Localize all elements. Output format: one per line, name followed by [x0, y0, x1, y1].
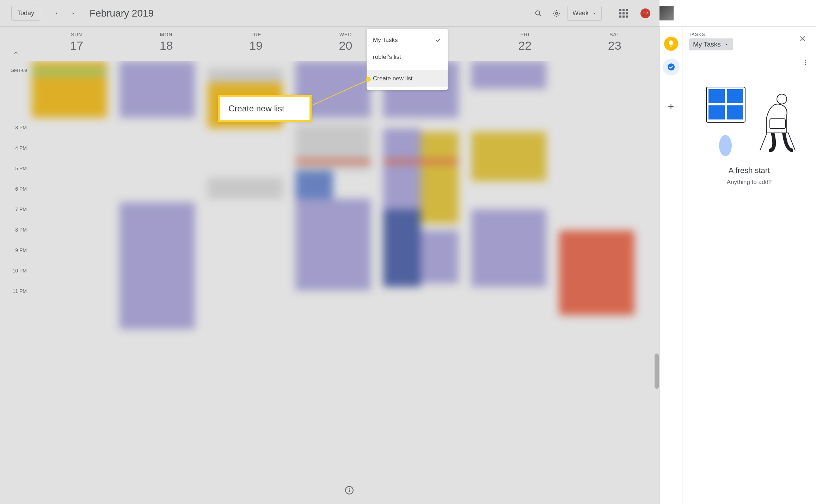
hour-label: 4 PM [0, 145, 32, 151]
google-apps-button[interactable] [616, 6, 631, 21]
timezone-label: GMT-09 [11, 68, 27, 73]
plus-icon: + [668, 100, 674, 112]
create-new-list-label: Create new list [373, 75, 412, 82]
hour-label: 10 PM [0, 268, 32, 273]
day-column-header[interactable]: FRI22 [480, 27, 570, 61]
svg-point-17 [719, 135, 732, 156]
tasks-empty-title: A fresh start [682, 166, 816, 175]
more-vertical-icon [802, 59, 809, 66]
svg-point-5 [349, 488, 350, 489]
tasks-panel-label: TASKS [689, 32, 796, 37]
svg-rect-14 [727, 89, 743, 103]
add-app-button[interactable]: + [664, 99, 678, 113]
day-number: 17 [32, 39, 121, 53]
collapse-allday-button[interactable] [8, 45, 24, 61]
prev-week-button[interactable] [49, 6, 64, 21]
view-select[interactable]: Week [567, 6, 602, 21]
day-of-week-label: SUN [32, 32, 121, 37]
chevron-right-icon [71, 11, 76, 16]
day-column-header[interactable]: SUN17 [32, 27, 121, 61]
time-grid[interactable]: GMT-09 3 PM4 PM5 PM6 PM7 PM8 PM9 PM10 PM… [0, 61, 659, 504]
tasks-list-dropdown[interactable]: My Tasks [689, 38, 733, 50]
dropdown-separator [367, 68, 448, 68]
tasks-empty-subtitle: Anything to add? [682, 179, 816, 186]
hour-label: 8 PM [0, 227, 32, 233]
today-button[interactable]: Today [11, 6, 40, 21]
tasks-app-button[interactable] [664, 60, 678, 74]
tasks-more-button[interactable] [799, 56, 812, 69]
chevron-up-icon [13, 50, 19, 56]
task-list-option-mytasks[interactable]: My Tasks [367, 32, 448, 49]
day-column-header[interactable]: MON18 [121, 27, 211, 61]
scrollbar[interactable] [655, 354, 659, 389]
task-list-option-label: My Tasks [373, 37, 398, 44]
day-of-week-label: SAT [570, 32, 659, 37]
tasks-selected-list: My Tasks [693, 41, 721, 48]
search-icon [534, 9, 542, 18]
svg-rect-16 [727, 105, 743, 119]
chevron-left-icon [54, 11, 59, 16]
day-number: 23 [570, 39, 659, 53]
next-week-button[interactable] [66, 6, 81, 21]
annotation-callout: Create new list [218, 95, 312, 122]
day-number: 18 [121, 39, 211, 53]
gear-icon [552, 9, 561, 18]
task-list-option-roblef[interactable]: roblef's list [367, 49, 448, 66]
hour-label: 7 PM [0, 207, 32, 212]
hour-label: 11 PM [0, 288, 32, 294]
search-button[interactable] [530, 6, 546, 21]
close-tasks-button[interactable] [796, 32, 810, 46]
checkmark-icon [435, 37, 441, 43]
svg-line-1 [539, 14, 541, 16]
svg-rect-15 [708, 105, 725, 119]
keep-app-button[interactable] [664, 37, 678, 51]
day-number: 19 [211, 39, 301, 53]
svg-rect-19 [770, 119, 785, 129]
day-of-week-label: MON [121, 32, 211, 37]
task-lists-dropdown-menu: My Tasks roblef's list Create new list [367, 29, 448, 90]
svg-point-11 [805, 64, 806, 65]
tasks-empty-illustration [700, 80, 799, 158]
day-number: 22 [480, 39, 570, 53]
avatar[interactable] [659, 6, 674, 20]
caret-down-icon [592, 11, 596, 16]
lightbulb-icon [667, 40, 675, 48]
notifications-badge[interactable]: 12 [640, 8, 650, 18]
create-new-list-option[interactable]: Create new list [367, 70, 448, 87]
caret-down-icon [724, 42, 729, 47]
annotation-dot [366, 77, 371, 82]
svg-point-9 [805, 60, 806, 61]
svg-point-0 [536, 11, 540, 15]
hour-label: 3 PM [0, 125, 32, 130]
info-icon [345, 486, 354, 495]
settings-button[interactable] [549, 6, 564, 21]
close-icon [799, 35, 806, 43]
svg-rect-13 [708, 89, 725, 103]
hour-label: 6 PM [0, 186, 32, 192]
svg-point-10 [805, 62, 806, 63]
hour-label: 5 PM [0, 166, 32, 171]
task-list-option-label: roblef's list [373, 54, 401, 61]
day-header: SUN17MON18TUE19WED20THU21FRI22SAT23 [0, 27, 659, 61]
apps-grid-icon [619, 9, 628, 18]
blurred-events [32, 61, 659, 504]
tasks-icon [667, 63, 675, 71]
day-column-header[interactable]: TUE19 [211, 27, 301, 61]
day-of-week-label: FRI [480, 32, 570, 37]
page-title: February 2019 [90, 8, 154, 19]
view-select-label: Week [572, 10, 589, 17]
hour-label: 9 PM [0, 247, 32, 253]
day-of-week-label: TUE [211, 32, 301, 37]
info-button[interactable] [343, 484, 355, 496]
svg-point-2 [556, 12, 558, 14]
svg-point-18 [777, 94, 787, 104]
day-column-header[interactable]: SAT23 [570, 27, 659, 61]
